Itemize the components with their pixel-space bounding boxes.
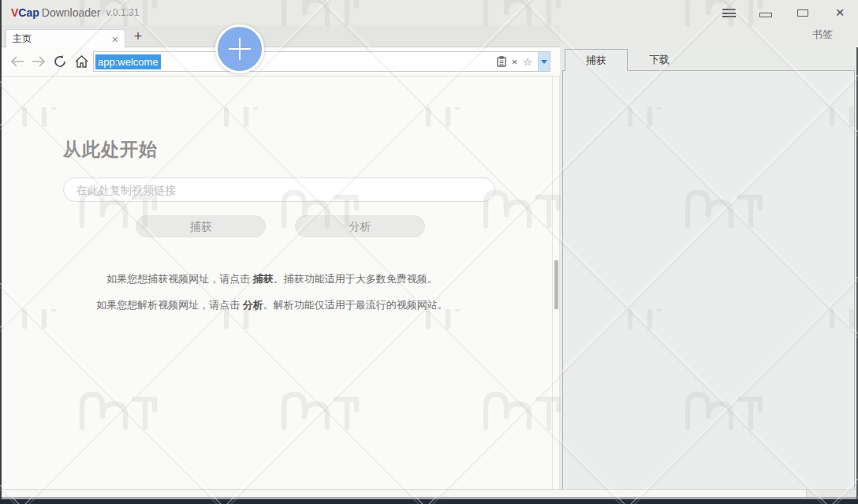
bookmarks-label[interactable]: 书签 bbox=[812, 25, 833, 46]
help1-bold: 捕获 bbox=[253, 273, 274, 285]
tab-home[interactable]: 主页 × bbox=[6, 29, 125, 48]
help2-bold: 分析 bbox=[243, 299, 263, 311]
forward-button[interactable] bbox=[31, 54, 47, 69]
analyze-button[interactable]: 分析 bbox=[295, 215, 425, 237]
browser-content: 从此处开始 捕获 分析 如果您想捕获视频网址，请点击 捕获。捕获功能适用于大多数… bbox=[0, 77, 552, 489]
minimize-button[interactable] bbox=[759, 6, 773, 20]
close-button[interactable]: × bbox=[833, 6, 847, 20]
chevron-down-icon bbox=[541, 60, 547, 64]
address-bar[interactable]: app:welcome × ☆ bbox=[93, 51, 550, 72]
maximize-button[interactable] bbox=[796, 6, 810, 20]
brand-logo-v: V bbox=[11, 6, 18, 19]
panel-tab-download[interactable]: 下载 bbox=[628, 49, 691, 71]
tab-close-icon[interactable]: × bbox=[112, 35, 118, 44]
url-text-selected[interactable]: app:welcome bbox=[95, 54, 161, 69]
browser-tab-strip: 主页 × + bbox=[0, 25, 560, 47]
tab-home-label: 主页 bbox=[13, 32, 112, 46]
app-name: Downloader bbox=[42, 6, 101, 19]
plus-icon bbox=[226, 35, 253, 62]
scrollbar-corner bbox=[806, 489, 856, 497]
clear-glyph: × bbox=[512, 56, 518, 68]
url-dropdown-button[interactable] bbox=[538, 52, 550, 71]
window-controls: × bbox=[699, 0, 847, 25]
horizontal-scrollbar[interactable] bbox=[0, 489, 806, 497]
window-edge-bottom-dark bbox=[0, 499, 858, 504]
help2-post: 。解析功能仅适用于最流行的视频网站。 bbox=[263, 299, 448, 311]
back-button[interactable] bbox=[9, 54, 25, 69]
refresh-button[interactable] bbox=[52, 54, 68, 69]
help2-pre: 如果您想解析视频网址，请点击 bbox=[96, 299, 243, 311]
app-version: v.0.1.31 bbox=[106, 7, 140, 18]
hamburger-icon bbox=[722, 9, 736, 17]
bookmark-star-icon[interactable]: ☆ bbox=[523, 56, 532, 68]
vertical-scrollbar-thumb[interactable] bbox=[554, 260, 558, 309]
capture-list-area bbox=[562, 70, 855, 497]
clear-url-icon[interactable]: × bbox=[512, 56, 518, 68]
help-text-capture: 如果您想捕获视频网址，请点击 捕获。捕获功能适用于大多数免费视频。 bbox=[0, 272, 544, 286]
capture-button[interactable]: 捕获 bbox=[136, 215, 266, 237]
capture-panel: 捕获 下载 bbox=[560, 47, 858, 499]
panel-tab-capture[interactable]: 捕获 bbox=[565, 49, 628, 71]
video-link-input[interactable] bbox=[63, 177, 495, 202]
menu-button[interactable] bbox=[722, 6, 736, 20]
new-tab-button[interactable]: + bbox=[131, 30, 145, 44]
brand-logo-cap: Cap bbox=[18, 6, 39, 19]
home-button[interactable] bbox=[73, 54, 89, 69]
close-icon: × bbox=[835, 6, 844, 20]
star-glyph: ☆ bbox=[523, 56, 532, 68]
help1-pre: 如果您想捕获视频网址，请点击 bbox=[106, 273, 253, 285]
page-title: 从此处开始 bbox=[63, 137, 158, 162]
browser-navbar: app:welcome × ☆ bbox=[0, 47, 560, 77]
paste-icon[interactable] bbox=[497, 56, 506, 67]
help1-post: 。捕获功能适用于大多数免费视频。 bbox=[274, 273, 438, 285]
help-text-analyze: 如果您想解析视频网址，请点击 分析。解析功能仅适用于最流行的视频网站。 bbox=[0, 298, 544, 312]
window-edge-left bbox=[0, 0, 2, 504]
add-capture-button[interactable] bbox=[215, 24, 264, 73]
minimize-icon bbox=[759, 13, 772, 17]
maximize-icon bbox=[797, 9, 808, 17]
titlebar: VCap Downloader v.0.1.31 × bbox=[0, 0, 858, 25]
vertical-scrollbar[interactable] bbox=[552, 77, 560, 489]
